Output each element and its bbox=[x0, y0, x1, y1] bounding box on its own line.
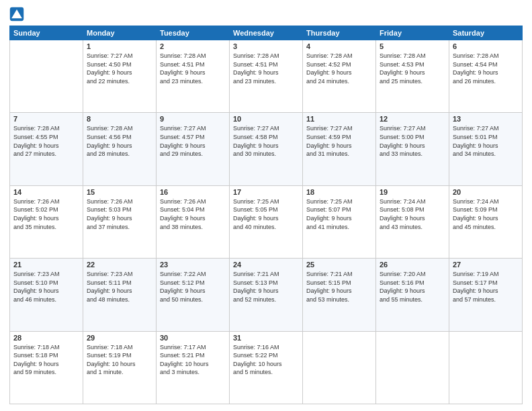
day-number: 29 bbox=[87, 334, 152, 342]
day-number: 19 bbox=[380, 188, 445, 196]
header bbox=[9, 7, 523, 21]
day-number: 7 bbox=[13, 115, 79, 123]
calendar-cell: 18Sunrise: 7:25 AMSunset: 5:07 PMDayligh… bbox=[303, 185, 376, 258]
calendar-cell: 19Sunrise: 7:24 AMSunset: 5:08 PMDayligh… bbox=[376, 185, 449, 258]
day-number: 16 bbox=[160, 188, 226, 196]
calendar-cell: 6Sunrise: 7:28 AMSunset: 4:54 PMDaylight… bbox=[449, 40, 523, 113]
calendar-cell: 2Sunrise: 7:28 AMSunset: 4:51 PMDaylight… bbox=[157, 40, 230, 113]
day-number: 24 bbox=[233, 261, 299, 269]
day-number: 5 bbox=[380, 42, 445, 50]
calendar-cell: 1Sunrise: 7:27 AMSunset: 4:50 PMDaylight… bbox=[83, 40, 157, 113]
calendar-cell: 14Sunrise: 7:26 AMSunset: 5:02 PMDayligh… bbox=[10, 185, 83, 258]
calendar-cell bbox=[449, 331, 523, 404]
day-info: Sunrise: 7:28 AMSunset: 4:56 PMDaylight:… bbox=[87, 124, 152, 158]
day-info: Sunrise: 7:26 AMSunset: 5:03 PMDaylight:… bbox=[87, 197, 152, 231]
day-number: 26 bbox=[380, 261, 445, 269]
calendar-cell: 20Sunrise: 7:24 AMSunset: 5:09 PMDayligh… bbox=[449, 185, 523, 258]
logo-icon bbox=[9, 7, 24, 21]
calendar-week-1: 1Sunrise: 7:27 AMSunset: 4:50 PMDaylight… bbox=[10, 40, 523, 113]
day-number: 31 bbox=[233, 334, 299, 342]
day-number: 6 bbox=[453, 42, 519, 50]
weekday-header-monday: Monday bbox=[83, 26, 157, 40]
calendar-cell: 29Sunrise: 7:18 AMSunset: 5:19 PMDayligh… bbox=[83, 331, 157, 404]
day-number: 11 bbox=[306, 115, 372, 123]
day-number: 10 bbox=[233, 115, 299, 123]
calendar-cell: 15Sunrise: 7:26 AMSunset: 5:03 PMDayligh… bbox=[83, 185, 157, 258]
day-number: 21 bbox=[13, 261, 79, 269]
calendar-cell: 26Sunrise: 7:20 AMSunset: 5:16 PMDayligh… bbox=[376, 259, 449, 331]
day-number: 17 bbox=[233, 188, 299, 196]
calendar-cell: 5Sunrise: 7:28 AMSunset: 4:53 PMDaylight… bbox=[376, 40, 449, 113]
day-info: Sunrise: 7:18 AMSunset: 5:18 PMDaylight:… bbox=[13, 343, 79, 377]
day-info: Sunrise: 7:17 AMSunset: 5:21 PMDaylight:… bbox=[160, 343, 226, 377]
calendar-cell: 13Sunrise: 7:27 AMSunset: 5:01 PMDayligh… bbox=[449, 113, 523, 185]
weekday-header-friday: Friday bbox=[376, 26, 449, 40]
calendar-cell: 4Sunrise: 7:28 AMSunset: 4:52 PMDaylight… bbox=[303, 40, 376, 113]
day-info: Sunrise: 7:19 AMSunset: 5:17 PMDaylight:… bbox=[453, 270, 519, 304]
calendar-cell: 27Sunrise: 7:19 AMSunset: 5:17 PMDayligh… bbox=[449, 259, 523, 331]
day-info: Sunrise: 7:27 AMSunset: 4:50 PMDaylight:… bbox=[87, 52, 152, 85]
calendar-cell bbox=[10, 40, 83, 113]
day-number: 14 bbox=[13, 188, 79, 196]
day-number: 15 bbox=[87, 188, 152, 196]
calendar-cell: 3Sunrise: 7:28 AMSunset: 4:51 PMDaylight… bbox=[230, 40, 303, 113]
day-number: 18 bbox=[306, 188, 372, 196]
day-number: 3 bbox=[233, 42, 299, 50]
calendar-header-row: SundayMondayTuesdayWednesdayThursdayFrid… bbox=[10, 26, 523, 40]
calendar-cell: 24Sunrise: 7:21 AMSunset: 5:13 PMDayligh… bbox=[230, 259, 303, 331]
calendar-cell: 7Sunrise: 7:28 AMSunset: 4:55 PMDaylight… bbox=[10, 113, 83, 185]
calendar-cell: 21Sunrise: 7:23 AMSunset: 5:10 PMDayligh… bbox=[10, 259, 83, 331]
day-number: 23 bbox=[160, 261, 226, 269]
calendar-cell: 22Sunrise: 7:23 AMSunset: 5:11 PMDayligh… bbox=[83, 259, 157, 331]
day-number: 2 bbox=[160, 42, 226, 50]
calendar-cell: 17Sunrise: 7:25 AMSunset: 5:05 PMDayligh… bbox=[230, 185, 303, 258]
calendar-cell: 16Sunrise: 7:26 AMSunset: 5:04 PMDayligh… bbox=[157, 185, 230, 258]
calendar-cell: 11Sunrise: 7:27 AMSunset: 4:59 PMDayligh… bbox=[303, 113, 376, 185]
day-info: Sunrise: 7:16 AMSunset: 5:22 PMDaylight:… bbox=[233, 343, 299, 377]
day-number: 8 bbox=[87, 115, 152, 123]
day-info: Sunrise: 7:26 AMSunset: 5:02 PMDaylight:… bbox=[13, 197, 79, 231]
weekday-header-thursday: Thursday bbox=[303, 26, 376, 40]
calendar-cell: 30Sunrise: 7:17 AMSunset: 5:21 PMDayligh… bbox=[157, 331, 230, 404]
calendar-cell: 9Sunrise: 7:27 AMSunset: 4:57 PMDaylight… bbox=[157, 113, 230, 185]
calendar-week-3: 14Sunrise: 7:26 AMSunset: 5:02 PMDayligh… bbox=[10, 185, 523, 258]
day-info: Sunrise: 7:26 AMSunset: 5:04 PMDaylight:… bbox=[160, 197, 226, 231]
day-info: Sunrise: 7:27 AMSunset: 4:58 PMDaylight:… bbox=[233, 124, 299, 158]
calendar-cell: 28Sunrise: 7:18 AMSunset: 5:18 PMDayligh… bbox=[10, 331, 83, 404]
weekday-header-wednesday: Wednesday bbox=[230, 26, 303, 40]
day-number: 27 bbox=[453, 261, 519, 269]
weekday-header-tuesday: Tuesday bbox=[157, 26, 230, 40]
day-info: Sunrise: 7:21 AMSunset: 5:15 PMDaylight:… bbox=[306, 270, 372, 304]
calendar-cell bbox=[376, 331, 449, 404]
page: SundayMondayTuesdayWednesdayThursdayFrid… bbox=[0, 0, 532, 411]
day-info: Sunrise: 7:28 AMSunset: 4:51 PMDaylight:… bbox=[160, 52, 226, 85]
day-number: 4 bbox=[306, 42, 372, 50]
calendar-cell: 10Sunrise: 7:27 AMSunset: 4:58 PMDayligh… bbox=[230, 113, 303, 185]
calendar-cell: 25Sunrise: 7:21 AMSunset: 5:15 PMDayligh… bbox=[303, 259, 376, 331]
calendar-week-5: 28Sunrise: 7:18 AMSunset: 5:18 PMDayligh… bbox=[10, 331, 523, 404]
day-number: 28 bbox=[13, 334, 79, 342]
day-info: Sunrise: 7:23 AMSunset: 5:11 PMDaylight:… bbox=[87, 270, 152, 304]
day-info: Sunrise: 7:27 AMSunset: 5:01 PMDaylight:… bbox=[453, 124, 519, 158]
calendar-cell: 23Sunrise: 7:22 AMSunset: 5:12 PMDayligh… bbox=[157, 259, 230, 331]
logo bbox=[9, 7, 27, 21]
day-info: Sunrise: 7:25 AMSunset: 5:05 PMDaylight:… bbox=[233, 197, 299, 231]
day-info: Sunrise: 7:21 AMSunset: 5:13 PMDaylight:… bbox=[233, 270, 299, 304]
day-info: Sunrise: 7:25 AMSunset: 5:07 PMDaylight:… bbox=[306, 197, 372, 231]
day-number: 1 bbox=[87, 42, 152, 50]
calendar-week-4: 21Sunrise: 7:23 AMSunset: 5:10 PMDayligh… bbox=[10, 259, 523, 331]
day-info: Sunrise: 7:28 AMSunset: 4:52 PMDaylight:… bbox=[306, 52, 372, 85]
day-info: Sunrise: 7:28 AMSunset: 4:51 PMDaylight:… bbox=[233, 52, 299, 85]
day-number: 20 bbox=[453, 188, 519, 196]
day-info: Sunrise: 7:27 AMSunset: 4:59 PMDaylight:… bbox=[306, 124, 372, 158]
weekday-header-saturday: Saturday bbox=[449, 26, 523, 40]
day-info: Sunrise: 7:28 AMSunset: 4:53 PMDaylight:… bbox=[380, 52, 445, 85]
day-number: 9 bbox=[160, 115, 226, 123]
weekday-header-sunday: Sunday bbox=[10, 26, 83, 40]
calendar-cell: 12Sunrise: 7:27 AMSunset: 5:00 PMDayligh… bbox=[376, 113, 449, 185]
day-number: 13 bbox=[453, 115, 519, 123]
day-info: Sunrise: 7:27 AMSunset: 4:57 PMDaylight:… bbox=[160, 124, 226, 158]
calendar-table: SundayMondayTuesdayWednesdayThursdayFrid… bbox=[9, 26, 523, 404]
day-info: Sunrise: 7:28 AMSunset: 4:54 PMDaylight:… bbox=[453, 52, 519, 85]
calendar-cell: 8Sunrise: 7:28 AMSunset: 4:56 PMDaylight… bbox=[83, 113, 157, 185]
